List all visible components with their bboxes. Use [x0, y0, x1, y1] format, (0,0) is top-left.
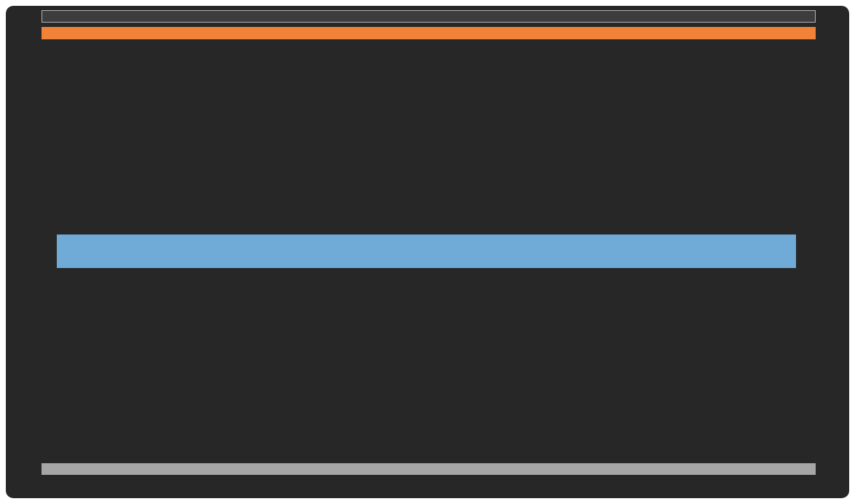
- gigathread-engine: [42, 27, 816, 39]
- nvlink-row: [42, 479, 816, 493]
- l2-cache: [57, 235, 796, 268]
- high-speed-hub: [42, 463, 816, 475]
- gpc-row-bottom: [57, 271, 796, 459]
- gpu-die: [6, 6, 849, 498]
- pci-express-host-interface: [42, 10, 816, 23]
- nvlink-arrows: [42, 474, 816, 479]
- gpc-row-top: [57, 44, 796, 232]
